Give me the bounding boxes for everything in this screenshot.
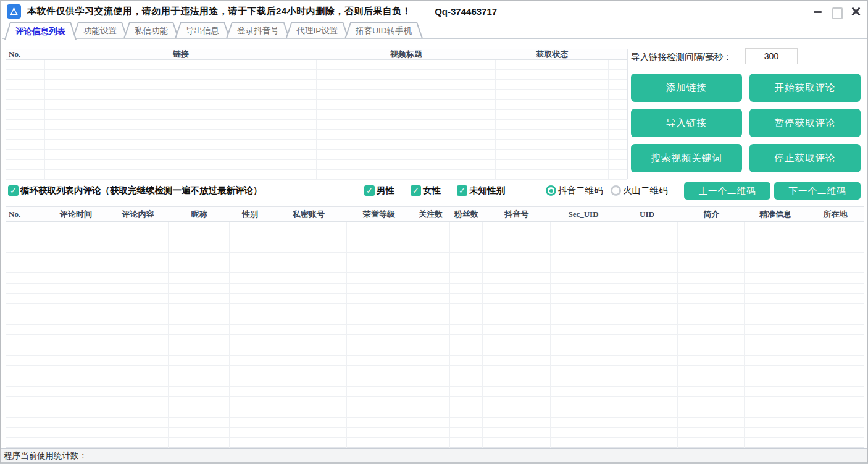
table-row[interactable] xyxy=(6,356,864,366)
interval-input[interactable] xyxy=(745,48,798,64)
table-row[interactable] xyxy=(6,150,627,159)
table-row[interactable] xyxy=(6,387,864,397)
tab-代理IP设置[interactable]: 代理IP设置 xyxy=(286,22,349,38)
tab-登录抖音号[interactable]: 登录抖音号 xyxy=(226,22,290,38)
import-links-button[interactable]: 导入链接 xyxy=(631,109,742,137)
table-row[interactable] xyxy=(6,110,627,120)
tab-label: 导出信息 xyxy=(186,25,219,36)
close-icon[interactable] xyxy=(851,6,861,17)
maximize-icon[interactable] xyxy=(832,7,841,16)
tab-功能设置[interactable]: 功能设置 xyxy=(72,22,128,38)
table-cell xyxy=(169,345,230,355)
table-row[interactable] xyxy=(6,397,864,407)
table-row[interactable] xyxy=(6,418,864,428)
table-row[interactable] xyxy=(6,170,627,180)
unknown-gender-checkbox[interactable]: ✓ 未知性别 xyxy=(457,185,505,196)
table-row[interactable] xyxy=(6,222,864,232)
table-cell xyxy=(496,170,609,179)
table-cell xyxy=(806,438,864,448)
add-link-button[interactable]: 添加链接 xyxy=(631,74,742,102)
table-row[interactable] xyxy=(6,242,864,253)
douyin-qr-radio[interactable]: 抖音二维码 xyxy=(546,185,603,196)
table-cell xyxy=(411,232,450,242)
table-cell xyxy=(107,438,169,448)
table-row[interactable] xyxy=(6,284,864,294)
radio-selected-icon xyxy=(546,185,556,196)
table-cell xyxy=(230,428,270,437)
table-row[interactable] xyxy=(6,80,627,90)
table-cell xyxy=(806,232,864,242)
table-cell xyxy=(483,387,551,397)
table-row[interactable] xyxy=(6,438,864,449)
table-cell xyxy=(230,418,270,428)
table-row[interactable] xyxy=(6,232,864,243)
table-row[interactable] xyxy=(6,100,627,110)
table-cell xyxy=(230,284,270,293)
table-cell xyxy=(6,387,44,397)
table-row[interactable] xyxy=(6,120,627,130)
table-row[interactable] xyxy=(6,314,864,325)
table-cell xyxy=(107,376,169,386)
table-cell xyxy=(270,222,347,232)
table-cell xyxy=(411,304,450,314)
table-cell xyxy=(496,60,609,69)
table-row[interactable] xyxy=(6,407,864,418)
table-cell xyxy=(347,253,411,263)
table-cell xyxy=(806,263,864,273)
table-cell xyxy=(616,263,678,273)
interval-label: 导入链接检测间隔/毫秒： xyxy=(631,51,732,63)
table-cell xyxy=(169,284,230,293)
tab-导出信息[interactable]: 导出信息 xyxy=(175,22,230,38)
table-row[interactable] xyxy=(6,90,627,99)
table-cell xyxy=(609,60,627,69)
table-cell xyxy=(450,304,483,314)
table-row[interactable] xyxy=(6,253,864,263)
minimize-icon[interactable] xyxy=(813,7,822,16)
table-cell xyxy=(678,222,745,232)
huoshan-qr-radio[interactable]: 火山二维码 xyxy=(611,185,668,196)
table-row[interactable] xyxy=(6,325,864,335)
table-cell xyxy=(483,438,551,448)
table-cell xyxy=(616,232,678,242)
table-row[interactable] xyxy=(6,335,864,345)
table-cell xyxy=(6,60,45,69)
table-cell xyxy=(551,325,616,335)
start-fetch-button[interactable]: 开始获取评论 xyxy=(749,74,861,102)
table-cell xyxy=(616,345,678,355)
pause-fetch-button[interactable]: 暂停获取评论 xyxy=(749,109,861,137)
table-row[interactable] xyxy=(6,376,864,387)
tab-私信功能[interactable]: 私信功能 xyxy=(123,22,179,38)
stop-fetch-button[interactable]: 停止获取评论 xyxy=(749,144,861,172)
table-row[interactable] xyxy=(6,366,864,376)
tab-评论信息列表[interactable]: 评论信息列表 xyxy=(4,22,77,40)
table-row[interactable] xyxy=(6,428,864,438)
loop-fetch-checkbox[interactable]: ✓ 循环获取列表内评论（获取完继续检测一遍不放过最新评论） xyxy=(8,185,262,196)
table-cell xyxy=(496,70,609,79)
table-row[interactable] xyxy=(6,263,864,274)
next-qr-button[interactable]: 下一个二维码 xyxy=(774,182,861,200)
table-row[interactable] xyxy=(6,294,864,305)
table-cell xyxy=(45,70,317,79)
table-cell xyxy=(483,294,551,304)
table-cell xyxy=(6,407,44,417)
table-row[interactable] xyxy=(6,345,864,356)
table-cell xyxy=(551,314,616,324)
table-cell xyxy=(230,232,270,242)
female-checkbox[interactable]: ✓ 女性 xyxy=(411,185,441,196)
table-row[interactable] xyxy=(6,130,627,140)
table-cell xyxy=(6,140,45,149)
table-row[interactable] xyxy=(6,70,627,80)
male-checkbox[interactable]: ✓ 男性 xyxy=(364,185,394,196)
table-row[interactable] xyxy=(6,60,627,70)
douyin-qr-label: 抖音二维码 xyxy=(558,185,603,196)
search-keyword-button[interactable]: 搜索视频关键词 xyxy=(631,144,742,172)
table-row[interactable] xyxy=(6,304,864,314)
table-cell xyxy=(616,314,678,324)
tab-拓客UID转手机[interactable]: 拓客UID转手机 xyxy=(344,22,423,38)
table-cell xyxy=(745,335,806,345)
table-row[interactable] xyxy=(6,160,627,170)
prev-qr-button[interactable]: 上一个二维码 xyxy=(684,182,770,200)
table-row[interactable] xyxy=(6,140,627,150)
table-row[interactable] xyxy=(6,273,864,284)
table-cell xyxy=(347,407,411,417)
